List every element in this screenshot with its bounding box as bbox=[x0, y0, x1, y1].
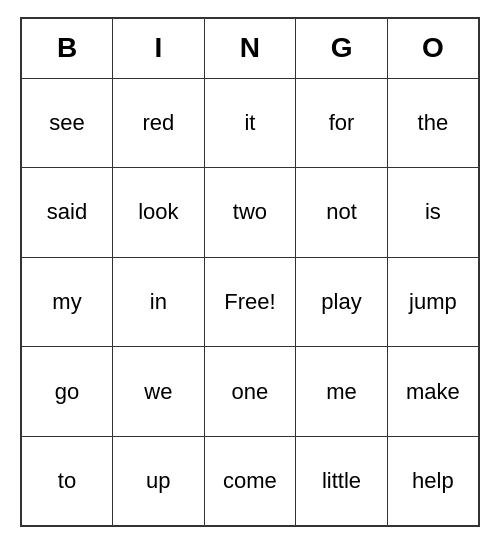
bingo-cell-1-0: said bbox=[21, 168, 113, 258]
bingo-cell-4-0: to bbox=[21, 436, 113, 526]
bingo-cell-3-0: go bbox=[21, 347, 113, 437]
bingo-cell-0-0: see bbox=[21, 78, 113, 168]
bingo-cell-2-1: in bbox=[113, 257, 205, 347]
bingo-cell-2-0: my bbox=[21, 257, 113, 347]
bingo-cell-1-1: look bbox=[113, 168, 205, 258]
bingo-cell-4-3: little bbox=[296, 436, 388, 526]
bingo-card: BINGO seereditforthesaidlooktwonotismyin… bbox=[20, 17, 480, 527]
bingo-cell-4-1: up bbox=[113, 436, 205, 526]
bingo-cell-3-1: we bbox=[113, 347, 205, 437]
header-col-i: I bbox=[113, 18, 205, 78]
bingo-cell-4-2: come bbox=[204, 436, 296, 526]
header-col-b: B bbox=[21, 18, 113, 78]
bingo-cell-3-4: make bbox=[387, 347, 479, 437]
bingo-cell-0-1: red bbox=[113, 78, 205, 168]
bingo-row-4: toupcomelittlehelp bbox=[21, 436, 479, 526]
bingo-header-row: BINGO bbox=[21, 18, 479, 78]
header-col-n: N bbox=[204, 18, 296, 78]
bingo-cell-0-4: the bbox=[387, 78, 479, 168]
bingo-cell-4-4: help bbox=[387, 436, 479, 526]
header-col-o: O bbox=[387, 18, 479, 78]
bingo-cell-2-4: jump bbox=[387, 257, 479, 347]
bingo-cell-0-2: it bbox=[204, 78, 296, 168]
bingo-row-3: goweonememake bbox=[21, 347, 479, 437]
bingo-cell-2-2: Free! bbox=[204, 257, 296, 347]
header-col-g: G bbox=[296, 18, 388, 78]
bingo-cell-3-2: one bbox=[204, 347, 296, 437]
bingo-cell-2-3: play bbox=[296, 257, 388, 347]
bingo-cell-0-3: for bbox=[296, 78, 388, 168]
bingo-cell-3-3: me bbox=[296, 347, 388, 437]
bingo-row-0: seereditforthe bbox=[21, 78, 479, 168]
bingo-cell-1-3: not bbox=[296, 168, 388, 258]
bingo-row-2: myinFree!playjump bbox=[21, 257, 479, 347]
bingo-row-1: saidlooktwonotis bbox=[21, 168, 479, 258]
bingo-cell-1-2: two bbox=[204, 168, 296, 258]
bingo-cell-1-4: is bbox=[387, 168, 479, 258]
